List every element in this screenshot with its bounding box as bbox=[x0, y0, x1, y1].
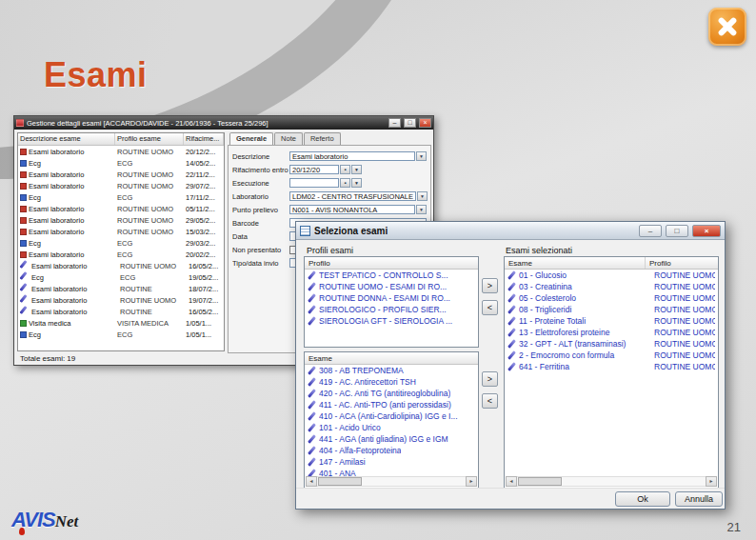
field-value-input[interactable]: Esami laboratorio bbox=[289, 151, 415, 161]
move-esame-left-button[interactable]: < bbox=[482, 393, 498, 409]
tab-referto[interactable]: Referto bbox=[304, 132, 341, 145]
dropdown-arrow-icon[interactable] bbox=[416, 205, 427, 214]
selected-list-item[interactable]: 13 - Elettroforesi proteine ROUTINE UOMO bbox=[505, 327, 718, 338]
maximize-button[interactable]: □ bbox=[404, 118, 416, 128]
scroll-thumb[interactable] bbox=[518, 477, 562, 486]
slide-close-icon[interactable] bbox=[708, 8, 746, 46]
ok-button[interactable]: Ok bbox=[615, 491, 670, 507]
scroll-thumb[interactable] bbox=[318, 477, 362, 486]
esame-name: 420 - AC. Anti TG (antitireoglobulina) bbox=[319, 389, 450, 398]
logo-avis-text: AVIS bbox=[11, 508, 55, 531]
table-row[interactable]: Esami laboratorio ROUTINE UOMO 20/12/2..… bbox=[18, 146, 224, 157]
profili-transfer-buttons: > < bbox=[482, 278, 499, 315]
field-label: Tipo/data invio bbox=[232, 259, 289, 268]
profilo-list-item[interactable]: TEST EPATICO - CONTROLLO S... bbox=[305, 270, 478, 281]
table-row[interactable]: Esami laboratorio ROUTINE 18/07/2... bbox=[18, 283, 224, 294]
esame-list-item[interactable]: 411 - AC. Anti-TPO (anti perossidasi) bbox=[305, 399, 478, 410]
exam-description: Ecg bbox=[29, 193, 115, 202]
table-row[interactable]: Esami laboratorio ROUTINE 16/05/2... bbox=[18, 306, 224, 317]
tab-generale[interactable]: Generale bbox=[229, 132, 273, 145]
exam-description: Esami laboratorio bbox=[31, 296, 118, 305]
tab-note[interactable]: Note bbox=[274, 132, 303, 145]
profilo-list-item[interactable]: SIEROLOGIA GFT - SIEROLOGIA ... bbox=[305, 315, 478, 327]
scroll-right-icon[interactable]: ► bbox=[466, 476, 477, 487]
scroll-right-icon[interactable]: ► bbox=[706, 476, 717, 487]
window-title-bar[interactable]: Gestione dettagli esami [ACCARDO/DAVIDE … bbox=[14, 116, 433, 130]
table-row[interactable]: Ecg ECG 19/05/2... bbox=[18, 271, 224, 283]
dropdown-arrow-icon[interactable] bbox=[416, 151, 427, 161]
esame-name: 404 - Alfa-Fetoproteina bbox=[319, 446, 401, 455]
dialog-title: Seleziona esami bbox=[314, 226, 635, 236]
selected-list-item[interactable]: 05 - Colesterolo ROUTINE UOMO bbox=[505, 292, 718, 304]
dialog-close-button[interactable]: × bbox=[692, 225, 721, 237]
exam-date: 16/05/2... bbox=[187, 262, 224, 270]
selected-list-item[interactable]: 03 - Creatinina ROUTINE UOMO bbox=[505, 281, 718, 292]
profilo-list-item[interactable]: ROUTINE DONNA - ESAMI DI RO... bbox=[305, 292, 478, 304]
exam-profile: ECG bbox=[115, 159, 184, 168]
table-row[interactable]: Esami laboratorio ROUTINE UOMO 05/11/2..… bbox=[18, 203, 224, 214]
table-row[interactable]: Ecg ECG 1/05/1... bbox=[18, 329, 224, 340]
table-row[interactable]: Esami laboratorio ROUTINE UOMO 15/03/2..… bbox=[18, 226, 224, 237]
move-esame-right-button[interactable]: > bbox=[482, 371, 498, 387]
annulla-button[interactable]: Annulla bbox=[675, 491, 723, 507]
exam-date: 05/11/2... bbox=[184, 205, 224, 213]
esame-list-item[interactable]: 410 - ACA (Anti-Cardiolipina) IGG e I... bbox=[305, 410, 478, 422]
field-value-input[interactable]: N001 - AVIS NONANTOLA bbox=[289, 205, 415, 214]
table-row[interactable]: Esami laboratorio ROUTINE UOMO 19/07/2..… bbox=[18, 294, 224, 306]
scroll-track[interactable] bbox=[317, 476, 466, 487]
table-row[interactable]: Esami laboratorio ROUTINE UOMO 22/11/2..… bbox=[18, 169, 224, 180]
scroll-track[interactable] bbox=[517, 476, 706, 487]
selected-list-item[interactable]: 08 - Trigliceridi ROUTINE UOMO bbox=[505, 304, 718, 315]
esame-list-item[interactable]: 420 - AC. Anti TG (antitireoglobulina) bbox=[305, 388, 478, 399]
table-row[interactable]: Visita medica VISITA MEDICA 1/05/1... bbox=[18, 317, 224, 329]
table-row[interactable]: Ecg ECG 29/03/2... bbox=[18, 237, 224, 249]
dropdown-arrow-icon[interactable] bbox=[417, 191, 428, 201]
esame-list-item[interactable]: 147 - Amilasi bbox=[305, 456, 478, 468]
esame-list-item[interactable]: 419 - AC. Antirecettori TSH bbox=[305, 376, 478, 388]
profilo-list-item[interactable]: SIEROLOGICO - PROFILO SIER... bbox=[305, 304, 478, 315]
esame-list-item[interactable]: 441 - AGA (anti gliadina) IGG e IGM bbox=[305, 433, 478, 445]
profilo-list-item[interactable]: ROUTINE UOMO - ESAMI DI RO... bbox=[305, 281, 478, 292]
exam-profile: ROUTINE bbox=[118, 285, 187, 293]
table-row[interactable]: Ecg ECG 14/05/2... bbox=[18, 157, 224, 169]
exam-type-icon bbox=[20, 284, 29, 293]
calendar-button[interactable] bbox=[340, 178, 350, 188]
selected-list-item[interactable]: 2 - Emocromo con formula ROUTINE UOMO bbox=[505, 350, 718, 361]
table-row[interactable]: Esami laboratorio ROUTINE UOMO 29/07/2..… bbox=[18, 180, 224, 191]
close-button[interactable]: × bbox=[419, 118, 431, 128]
exam-date: 18/07/2... bbox=[187, 285, 224, 293]
scroll-left-icon[interactable]: ◄ bbox=[306, 476, 317, 487]
column-header-rifacimento[interactable]: Rifacime... bbox=[184, 133, 224, 145]
column-header-descrizione[interactable]: Descrizione esame bbox=[18, 133, 115, 145]
exam-date: 19/05/2... bbox=[187, 273, 224, 282]
date-dropdown-button[interactable] bbox=[351, 178, 362, 188]
selected-list-item[interactable]: 01 - Glucosio ROUTINE UOMO bbox=[505, 270, 718, 281]
field-value-input[interactable]: 20/12/20 bbox=[289, 165, 339, 174]
dialog-maximize-button[interactable]: □ bbox=[666, 225, 688, 237]
move-profile-left-button[interactable]: < bbox=[482, 300, 498, 315]
table-row[interactable]: Ecg ECG 17/11/2... bbox=[18, 191, 224, 203]
pen-icon bbox=[507, 328, 516, 337]
selected-horizontal-scrollbar[interactable]: ◄ ► bbox=[506, 476, 717, 487]
calendar-button[interactable] bbox=[340, 165, 350, 174]
table-row[interactable]: Esami laboratorio ECG 20/02/2... bbox=[18, 249, 224, 260]
scroll-left-icon[interactable]: ◄ bbox=[506, 476, 517, 487]
field-value-input[interactable]: LDM02 - CENTRO TRASFUSIONALE bbox=[289, 191, 416, 201]
table-row[interactable]: Esami laboratorio ROUTINE UOMO 29/05/2..… bbox=[18, 214, 224, 226]
esame-list-item[interactable]: 404 - Alfa-Fetoproteina bbox=[305, 445, 478, 456]
date-dropdown-button[interactable] bbox=[351, 165, 362, 174]
selected-list-item[interactable]: 641 - Ferritina ROUTINE UOMO bbox=[505, 361, 718, 372]
selected-list-item[interactable]: 11 - Proteine Totali ROUTINE UOMO bbox=[505, 315, 718, 327]
field-value-input[interactable] bbox=[289, 178, 339, 188]
esame-list-item[interactable]: 101 - Acido Urico bbox=[305, 422, 478, 433]
column-header-profilo[interactable]: Profilo esame bbox=[115, 133, 184, 145]
dialog-minimize-button[interactable]: – bbox=[639, 225, 662, 237]
field-label: Laboratorio bbox=[232, 192, 289, 201]
minimize-button[interactable]: – bbox=[388, 118, 401, 128]
selected-list-item[interactable]: 32 - GPT - ALT (transaminasi) ROUTINE UO… bbox=[505, 338, 718, 350]
esame-list-item[interactable]: 308 - AB TREPONEMA bbox=[305, 365, 478, 376]
move-profile-right-button[interactable]: > bbox=[482, 278, 498, 293]
table-row[interactable]: Esami laboratorio ROUTINE UOMO 16/05/2..… bbox=[18, 260, 224, 271]
esami-horizontal-scrollbar[interactable]: ◄ ► bbox=[306, 476, 477, 487]
dialog-title-bar[interactable]: Seleziona esami – □ × bbox=[296, 222, 725, 240]
